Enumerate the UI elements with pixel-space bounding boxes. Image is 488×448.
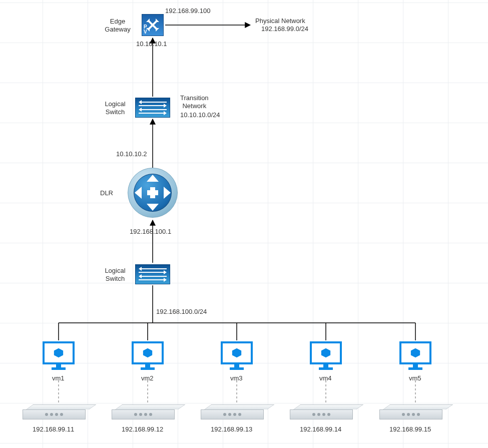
dlr-label: DLR xyxy=(100,189,113,197)
host-ip: 192.168.99.11 xyxy=(33,425,74,433)
transition-switch-label: Logical Switch xyxy=(100,100,130,117)
vm-icon xyxy=(310,341,342,370)
host-icon xyxy=(201,404,264,419)
vm-switch-label: Logical Switch xyxy=(100,267,130,283)
host-icon xyxy=(290,404,353,419)
host-icon xyxy=(23,404,86,419)
vm-name: vm5 xyxy=(409,374,421,382)
host-ip: 192.168.99.14 xyxy=(300,425,341,433)
transition-network-subnet: 10.10.10.0/24 xyxy=(180,111,220,119)
physical-network-label: Physical Network xyxy=(255,17,305,25)
vm-switch-icon xyxy=(135,264,170,284)
host-ip: 192.168.99.12 xyxy=(122,425,163,433)
transition-network-label: Transition Network xyxy=(180,94,209,111)
vm-name: vm3 xyxy=(230,374,243,382)
host-icon xyxy=(379,404,442,419)
dlr-uplink-ip: 10.10.10.2 xyxy=(116,150,147,158)
host-ip: 192.168.99.13 xyxy=(211,425,252,433)
vm-name: vm1 xyxy=(52,374,65,382)
dlr-downlink-ip: 192.168.100.1 xyxy=(130,228,171,236)
diagram-canvas: Edge Gateway PV 192.168.99.100 10.10.10.… xyxy=(0,0,488,448)
vm-icon xyxy=(221,341,253,370)
vm-icon xyxy=(43,341,75,370)
vm-icon xyxy=(132,341,164,370)
vm-subnet-label: 192.168.100.0/24 xyxy=(156,308,207,316)
edge-inside-ip: 10.10.10.1 xyxy=(136,40,167,48)
edge-outside-ip: 192.168.99.100 xyxy=(165,7,210,15)
vm-name: vm4 xyxy=(319,374,332,382)
dlr-router-icon xyxy=(128,168,178,218)
vm-icon xyxy=(399,341,431,370)
host-icon xyxy=(112,404,175,419)
vm-name: vm2 xyxy=(141,374,154,382)
host-ip: 192.168.99.15 xyxy=(389,425,431,433)
transition-switch-icon xyxy=(135,98,170,118)
edge-gateway-label: Edge Gateway xyxy=(100,18,135,34)
physical-network-subnet: 192.168.99.0/24 xyxy=(261,25,308,33)
edge-gateway-icon: PV xyxy=(142,14,164,36)
